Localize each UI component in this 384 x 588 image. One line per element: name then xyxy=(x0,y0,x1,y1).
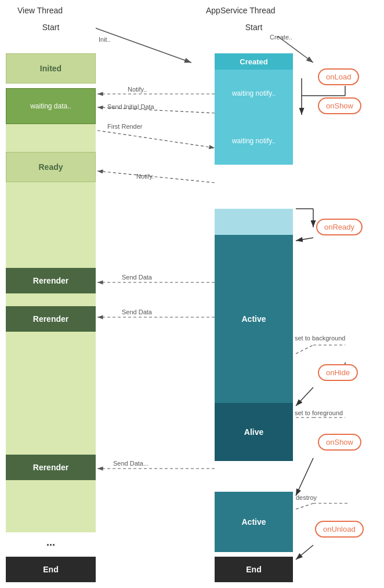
app-waiting-notify1: waiting notify.. xyxy=(215,70,293,117)
svg-line-29 xyxy=(296,545,313,560)
view-gap4 xyxy=(6,332,96,455)
view-rerender3: Rerender xyxy=(6,455,96,480)
view-rerender1: Rerender xyxy=(6,268,96,293)
svg-line-20 xyxy=(296,387,313,406)
view-thread-header: View Thread xyxy=(17,6,63,15)
app-created: Created xyxy=(215,53,293,70)
set-foreground-label: set to foreground xyxy=(295,409,343,416)
onhide-box: onHide xyxy=(318,364,358,381)
svg-line-17 xyxy=(296,345,313,354)
notify1-label: Notify.. xyxy=(128,86,147,93)
destroy-label: destroy xyxy=(296,494,317,501)
onshow2-box: onShow xyxy=(318,434,361,451)
init-label: Init.. xyxy=(99,36,111,43)
svg-line-24 xyxy=(296,458,313,496)
view-gap5 xyxy=(6,480,96,532)
svg-line-14 xyxy=(296,238,313,241)
app-active1: Active xyxy=(215,235,293,403)
diagram-container: View Thread AppService Thread Start Init… xyxy=(0,0,384,588)
view-end: End xyxy=(6,557,96,582)
view-rerender2: Rerender xyxy=(6,306,96,332)
view-gap1 xyxy=(6,124,96,152)
view-ready: Ready xyxy=(6,152,96,182)
app-alive: Alive xyxy=(215,403,293,461)
notify2-label: Notify. xyxy=(136,173,154,180)
send-data2-label: Send Data xyxy=(122,308,152,315)
view-gap2 xyxy=(6,182,96,268)
view-waiting-data: waiting data.. xyxy=(6,88,96,124)
onload-box: onLoad xyxy=(318,68,359,85)
view-gap3 xyxy=(6,293,96,306)
onready-box: onReady xyxy=(316,219,363,235)
svg-line-2 xyxy=(90,26,191,63)
create-label: Create.. xyxy=(270,34,292,41)
onshow1-box: onShow xyxy=(318,97,361,114)
onunload-box: onUnload xyxy=(315,521,364,538)
set-background-label: set to background xyxy=(295,335,345,342)
svg-line-10 xyxy=(97,130,215,148)
send-data3-label: Send Data... xyxy=(113,460,148,467)
send-data1-label: Send Data xyxy=(122,274,152,281)
first-render-label: First Render xyxy=(107,123,143,130)
view-ellipsis: ... xyxy=(6,532,96,552)
svg-line-26 xyxy=(296,503,313,509)
app-end: End xyxy=(215,557,293,582)
appservice-thread-header: AppService Thread xyxy=(206,6,276,15)
view-inited: Inited xyxy=(6,53,96,84)
send-initial-label: Send Initial Data xyxy=(107,103,154,110)
app-light-blue xyxy=(215,209,293,235)
app-active2: Active xyxy=(215,492,293,552)
app-waiting-notify2: waiting notify.. xyxy=(215,117,293,165)
view-start: Start xyxy=(6,19,96,36)
svg-line-11 xyxy=(97,171,215,183)
